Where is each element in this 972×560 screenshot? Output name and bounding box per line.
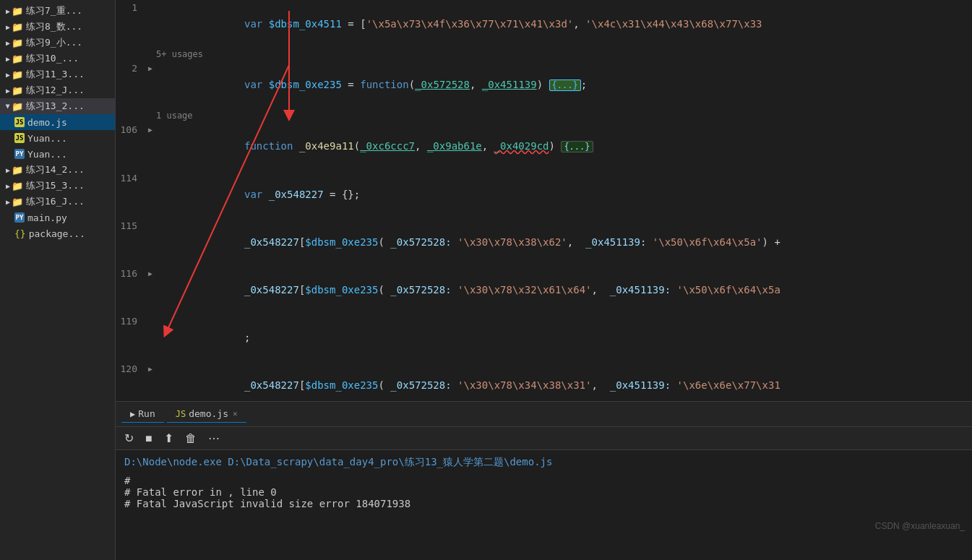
line-arrow-116[interactable]: ▶ (145, 266, 156, 282)
arrow-open-icon: ▶ (4, 104, 12, 108)
sidebar-label-demo-js: demo.js (27, 117, 67, 128)
sidebar-item-package-json[interactable]: {} package... (0, 225, 115, 241)
line-arrow-106[interactable]: ▶ (145, 122, 156, 138)
terminal-panel: ▶ Run JS demo.js ✕ ↻ ■ ⬆ 🗑 ⋯ D:\Node\nod… (116, 401, 972, 560)
arrow-icon: ▶ (6, 7, 10, 15)
run-icon: ▶ (130, 409, 135, 419)
line-num-2: 2 (116, 61, 145, 77)
code-line-2: 2 ▶ var $dbsm_0xe235 = function(_0x57252… (116, 61, 972, 109)
line-num-1: 1 (116, 0, 145, 16)
js-file-icon: JS (14, 117, 25, 127)
arrow-icon: ▶ (6, 71, 10, 79)
line-arrow-2[interactable]: ▶ (145, 61, 156, 77)
terminal-command-line: D:\Node\node.exe D:\Data_scrapy\data_day… (124, 456, 963, 469)
close-tab-icon[interactable]: ✕ (233, 409, 238, 418)
editor-wrapper: 1 var $dbsm_0x4511 = ['\x5a\x73\x4f\x36\… (116, 0, 972, 401)
sidebar-item-yuan-py[interactable]: PY Yuan... (0, 146, 115, 162)
js-file-icon-2: JS (14, 133, 25, 143)
sidebar-item-folder-15[interactable]: ▶ 📁 练习15_3... (0, 178, 115, 194)
line-content-106: function _0x4e9a11(_0xc6ccc7, _0x9ab61e,… (156, 122, 972, 171)
hint-1usage: 1 usage (116, 109, 972, 122)
scroll-up-button[interactable]: ⬆ (161, 430, 176, 447)
stop-button[interactable]: ■ (142, 431, 155, 447)
arrow-icon: ▶ (6, 55, 10, 63)
folder-icon-11: 📁 (12, 69, 23, 80)
sidebar-item-demo-js[interactable]: JS demo.js (0, 114, 115, 130)
sidebar-item-folder-13[interactable]: ▶ 📁 练习13_2... (0, 98, 115, 114)
folder-icon-12: 📁 (12, 85, 23, 96)
hint-5plus: 5+ usages (116, 48, 972, 61)
folder-icon-15: 📁 (12, 181, 23, 191)
folder-icon-7: 📁 (12, 6, 23, 17)
arrow-icon: ▶ (6, 166, 10, 174)
sidebar-item-folder-14[interactable]: ▶ 📁 练习14_2... (0, 162, 115, 178)
sidebar-label-8: 练习8_数... (26, 20, 82, 33)
terminal-tab-file[interactable]: JS demo.js ✕ (167, 405, 246, 423)
code-line-1: 1 var $dbsm_0x4511 = ['\x5a\x73\x4f\x36\… (116, 0, 972, 48)
code-content: 1 var $dbsm_0x4511 = ['\x5a\x73\x4f\x36\… (116, 0, 972, 401)
line-num-119: 119 (116, 314, 145, 329)
arrow-icon: ▶ (6, 182, 10, 190)
sidebar-label-14: 练习14_2... (26, 163, 85, 176)
sidebar-label-16: 练习16_J... (26, 195, 85, 208)
terminal-output-1: # (124, 475, 963, 486)
sidebar: ▶ 📁 练习7_重... ▶ 📁 练习8_数... ▶ 📁 练习9_小... ▶… (0, 0, 116, 560)
arrow-icon: ▶ (6, 87, 10, 95)
code-line-106: 106 ▶ function _0x4e9a11(_0xc6ccc7, _0x9… (116, 122, 972, 171)
line-num-114: 114 (116, 171, 145, 186)
sidebar-item-folder-16[interactable]: ▶ 📁 练习16_J... (0, 194, 115, 210)
line-num-120: 120 (116, 361, 145, 377)
sidebar-label-11: 练习11_3... (26, 68, 85, 81)
sidebar-item-main-py[interactable]: PY main.py (0, 210, 115, 225)
sidebar-label-main-py: main.py (27, 212, 67, 223)
watermark: CSDN @xuanleaxuan_ (875, 521, 965, 531)
terminal-output-3: # Fatal JavaScript invalid size error 18… (124, 498, 963, 509)
delete-button[interactable]: 🗑 (182, 431, 199, 447)
terminal-content[interactable]: D:\Node\node.exe D:\Data_scrapy\data_day… (116, 450, 972, 560)
sidebar-item-folder-8[interactable]: ▶ 📁 练习8_数... (0, 19, 115, 35)
sidebar-item-folder-12[interactable]: ▶ 📁 练习12_J... (0, 82, 115, 98)
sidebar-item-folder-11[interactable]: ▶ 📁 练习11_3... (0, 66, 115, 82)
main-container: ▶ 📁 练习7_重... ▶ 📁 练习8_数... ▶ 📁 练习9_小... ▶… (0, 0, 972, 560)
folder-icon-10: 📁 (12, 53, 23, 64)
sidebar-label-7: 练习7_重... (26, 4, 82, 17)
folder-icon-13: 📁 (12, 101, 23, 112)
arrow-icon: ▶ (6, 39, 10, 47)
code-line-116: 116 ▶ _0x548227[$dbsm_0xe235( _0x572528:… (116, 266, 972, 314)
sidebar-item-yuan-js[interactable]: JS Yuan... (0, 130, 115, 146)
line-content-116: _0x548227[$dbsm_0xe235( _0x572528: '\x30… (156, 266, 972, 314)
sidebar-label-10: 练习10_... (26, 52, 79, 65)
terminal-tabs: ▶ Run JS demo.js ✕ (116, 402, 972, 427)
terminal-file-label: demo.js (189, 408, 228, 419)
terminal-output-block: # # Fatal error in , line 0 # Fatal Java… (124, 475, 963, 509)
sidebar-label-9: 练习9_小... (26, 36, 82, 49)
terminal-tab-run[interactable]: ▶ Run (121, 405, 164, 423)
line-content-119: ; (156, 314, 972, 361)
sidebar-label-13: 练习13_2... (26, 100, 85, 113)
folder-icon-16: 📁 (12, 197, 23, 207)
code-line-114: 114 var _0x548227 = {}; (116, 171, 972, 218)
sidebar-item-folder-9[interactable]: ▶ 📁 练习9_小... (0, 35, 115, 51)
py-file-icon: PY (14, 149, 25, 159)
sidebar-item-folder-10[interactable]: ▶ 📁 练习10_... (0, 51, 115, 66)
code-editor[interactable]: 1 var $dbsm_0x4511 = ['\x5a\x73\x4f\x36\… (116, 0, 972, 401)
terminal-tab-run-label: Run (138, 408, 155, 419)
json-file-icon: {} (14, 228, 26, 239)
py-file-icon-main: PY (14, 212, 25, 223)
line-num-115: 115 (116, 218, 145, 234)
sidebar-item-folder-7[interactable]: ▶ 📁 练习7_重... (0, 3, 115, 19)
code-line-119: 119 ; (116, 314, 972, 361)
line-content-2: var $dbsm_0xe235 = function(_0x572528, _… (156, 61, 972, 109)
sidebar-label-12: 练习12_J... (26, 84, 85, 97)
terminal-output-2: # Fatal error in , line 0 (124, 486, 963, 498)
code-line-120: 120 ▶ _0x548227[$dbsm_0xe235( _0x572528:… (116, 361, 972, 401)
line-content-120: _0x548227[$dbsm_0xe235( _0x572528: '\x30… (156, 361, 972, 401)
reload-button[interactable]: ↻ (121, 430, 137, 447)
line-content-1: var $dbsm_0x4511 = ['\x5a\x73\x4f\x36\x7… (156, 0, 972, 48)
line-num-116: 116 (116, 266, 145, 282)
code-line-115: 115 _0x548227[$dbsm_0xe235( _0x572528: '… (116, 218, 972, 266)
js-tab-icon: JS (176, 409, 186, 419)
more-button[interactable]: ⋯ (205, 430, 223, 447)
line-arrow-120[interactable]: ▶ (145, 361, 156, 377)
sidebar-label-yuan-js: Yuan... (27, 133, 67, 144)
